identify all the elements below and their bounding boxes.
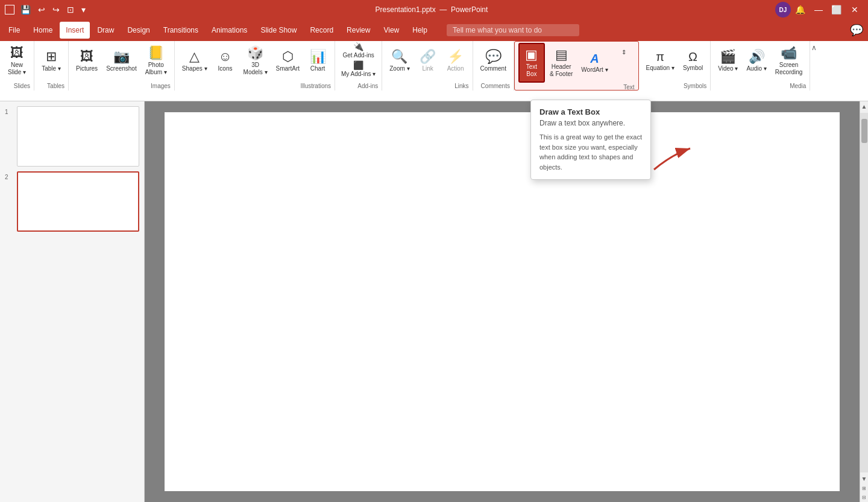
window-controls: DJ 🔔 — ⬜ ✕	[775, 1, 863, 18]
main-area	[145, 101, 860, 502]
video-icon: 🎬	[720, 50, 736, 63]
menu-record[interactable]: Record	[304, 22, 339, 39]
media-group-label: Media	[790, 81, 806, 91]
scroll-bottom-start[interactable]: ⊞	[860, 484, 868, 493]
minimize-button[interactable]: —	[810, 1, 827, 18]
title-bar: 💾 ↩ ↪ ⊡ ▾ Presentation1.pptx — PowerPoin…	[0, 0, 868, 19]
slide-num-1: 1	[5, 109, 13, 115]
header-footer-icon: ▤	[555, 48, 568, 62]
notifications-button[interactable]: 🔔	[792, 1, 809, 18]
screen-recording-button[interactable]: 📹 ScreenRecording	[772, 41, 807, 81]
ribbon-group-media: 🎬 Video ▾ 🔊 Audio ▾ 📹 ScreenRecording Me…	[711, 41, 810, 91]
scroll-track[interactable]	[860, 113, 868, 472]
ribbon-collapse-button[interactable]: ∧	[811, 43, 817, 52]
comment-button[interactable]: 💬 Comment	[477, 41, 510, 81]
new-slide-button[interactable]: 🖼 NewSlide ▾	[4, 41, 30, 81]
video-button[interactable]: 🎬 Video ▾	[714, 41, 741, 81]
zoom-icon: 🔍	[391, 50, 407, 63]
ribbon-section: 🖼 NewSlide ▾ Slides ⊞ Table ▾ Tables 🖼 P	[0, 41, 868, 91]
menu-slideshow[interactable]: Slide Show	[254, 22, 303, 39]
menu-home[interactable]: Home	[27, 22, 58, 39]
equation-button[interactable]: π Equation ▾	[643, 41, 678, 81]
wordart-button[interactable]: A WordArt ▾	[577, 43, 611, 83]
icons-button[interactable]: ☺ Icons	[212, 41, 239, 81]
table-icon: ⊞	[46, 50, 57, 63]
tooltip-body: This is a great way to get the exact tex…	[539, 132, 642, 172]
link-icon: 🔗	[420, 50, 436, 63]
slide-preview-2[interactable]	[17, 171, 139, 232]
screenshot-button[interactable]: 📷 Screenshot	[102, 41, 140, 81]
comment-icon: 💬	[485, 50, 502, 63]
pictures-button[interactable]: 🖼 Pictures	[72, 41, 101, 81]
undo-button[interactable]: ↩	[36, 4, 48, 16]
chart-button[interactable]: 📊 Chart	[304, 41, 331, 81]
menu-help[interactable]: Help	[406, 22, 433, 39]
scroll-up-arrow[interactable]: ▲	[860, 101, 868, 112]
ribbon-group-slides: 🖼 NewSlide ▾ Slides	[0, 41, 34, 91]
menu-insert[interactable]: Insert	[60, 22, 90, 39]
comments-button[interactable]: 💬	[850, 24, 863, 37]
more-button[interactable]: ▾	[79, 4, 88, 16]
menu-bar: File Home Insert Draw Design Transitions…	[0, 19, 868, 41]
slides-group-items: 🖼 NewSlide ▾	[4, 41, 30, 81]
3d-models-button[interactable]: 🎲 3DModels ▾	[240, 41, 271, 81]
addins-small-group: 🔌 Get Add-ins ⬛ My Add-ins ▾	[339, 41, 378, 78]
slide-num-2: 2	[5, 174, 13, 180]
illustrations-group-label: Illustrations	[300, 81, 331, 91]
slide-thumb-1[interactable]: 1	[5, 106, 139, 167]
my-addins-icon: ⬛	[353, 60, 363, 70]
addins-group-label: Add-ins	[357, 81, 378, 91]
audio-button[interactable]: 🔊 Audio ▾	[743, 41, 770, 81]
text-expand-button[interactable]: ⇕	[613, 43, 635, 61]
icons-icon: ☺	[218, 50, 231, 63]
slide-preview-1[interactable]	[17, 106, 139, 167]
audio-icon: 🔊	[749, 50, 765, 63]
textbox-icon: ▣	[525, 48, 538, 62]
app-icon	[5, 5, 14, 14]
close-button[interactable]: ✕	[846, 1, 863, 18]
shapes-icon: △	[189, 50, 200, 63]
link-button[interactable]: 🔗 Link	[415, 41, 441, 81]
photo-album-icon: 📒	[148, 46, 164, 60]
new-slide-icon: 🖼	[10, 46, 24, 60]
smartart-button[interactable]: ⬡ SmartArt	[272, 41, 303, 81]
menu-draw[interactable]: Draw	[91, 22, 120, 39]
menu-transitions[interactable]: Transitions	[157, 22, 204, 39]
menu-file[interactable]: File	[2, 22, 26, 39]
user-avatar[interactable]: DJ	[775, 2, 791, 17]
redo-button[interactable]: ↪	[50, 4, 62, 16]
menu-view[interactable]: View	[377, 22, 405, 39]
ribbon-collapse-container: ∧	[810, 41, 818, 91]
photo-album-button[interactable]: 📒 PhotoAlbum ▾	[142, 41, 171, 81]
shapes-button[interactable]: △ Shapes ▾	[178, 41, 211, 81]
tooltip-title: Draw a Text Box	[539, 107, 642, 116]
menu-animations[interactable]: Animations	[206, 22, 253, 39]
symbol-button[interactable]: Ω Symbol	[679, 41, 706, 81]
my-addins-button[interactable]: ⬛ My Add-ins ▾	[339, 60, 378, 78]
table-button[interactable]: ⊞ Table ▾	[38, 41, 64, 81]
menu-design[interactable]: Design	[121, 22, 156, 39]
textbox-button[interactable]: ▣ TextBox	[518, 43, 545, 83]
header-footer-button[interactable]: ▤ Header& Footer	[546, 43, 576, 83]
search-input[interactable]	[447, 24, 579, 36]
action-button[interactable]: ⚡ Action	[442, 41, 469, 81]
zoom-button[interactable]: 🔍 Zoom ▾	[386, 41, 413, 81]
get-addins-button[interactable]: 🔌 Get Add-ins	[339, 41, 378, 59]
screenshot-icon: 📷	[113, 50, 130, 63]
3d-models-icon: 🎲	[247, 46, 263, 60]
pictures-icon: 🖼	[80, 50, 93, 63]
present-button[interactable]: ⊡	[64, 4, 77, 16]
ribbon-group-addins: 🔌 Get Add-ins ⬛ My Add-ins ▾ Add-ins	[335, 41, 382, 91]
scroll-down-arrow[interactable]: ▼	[860, 474, 868, 484]
slide-thumb-2[interactable]: 2	[5, 171, 139, 232]
ribbon-group-illustrations: △ Shapes ▾ ☺ Icons 🎲 3DModels ▾ ⬡ SmartA…	[175, 41, 335, 91]
slides-group-label: Slides	[14, 81, 30, 91]
ribbon-group-tables: ⊞ Table ▾ Tables	[34, 41, 69, 91]
save-button[interactable]: 💾	[18, 4, 33, 16]
comments-group-label: Comments	[481, 81, 510, 91]
menu-review[interactable]: Review	[341, 22, 376, 39]
menu-bar-right: 💬	[850, 24, 863, 37]
scroll-thumb	[861, 119, 867, 143]
maximize-button[interactable]: ⬜	[828, 1, 845, 18]
scroll-bottom-end[interactable]: ⊟	[860, 493, 868, 502]
